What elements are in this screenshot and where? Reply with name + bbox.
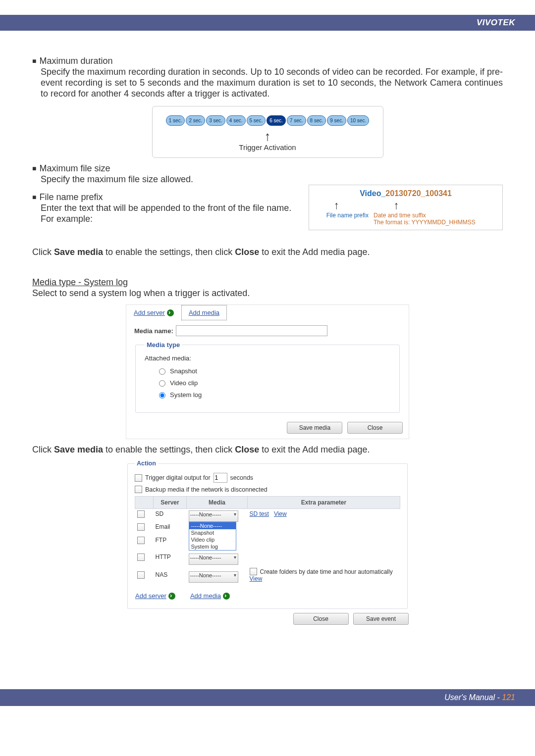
sec-5: 5 sec.	[247, 115, 266, 126]
backup-label: Backup media if the network is disconnec…	[145, 486, 268, 493]
arrow-badge-icon	[168, 593, 175, 600]
col-media: Media	[187, 497, 248, 509]
col-extra: Extra parameter	[248, 497, 400, 509]
sec-9: 9 sec.	[327, 115, 346, 126]
close-event-button[interactable]: Close	[293, 613, 349, 625]
sd-view-link[interactable]: View	[274, 510, 287, 517]
sd-test-link[interactable]: SD test	[250, 510, 269, 517]
filename-figure: Video_20130720_100341 ↑ ↑ File name pref…	[309, 185, 503, 230]
arrow-badge-icon	[223, 593, 230, 600]
page-footer: User's Manual - 121	[0, 689, 535, 706]
syslog-heading: Media type - System log	[32, 277, 128, 287]
chk-ftp[interactable]	[137, 537, 145, 544]
sec-8: 8 sec.	[307, 115, 326, 126]
section-title: Maximum duration	[39, 55, 112, 66]
col-server: Server	[154, 497, 187, 509]
sec-7: 7 sec.	[287, 115, 306, 126]
action-panel: Action Trigger digital output for second…	[126, 460, 409, 625]
sec-6-active: 6 sec.	[267, 115, 286, 126]
trigger-label: Trigger Activation	[158, 143, 378, 151]
row-sd: SD	[154, 509, 187, 522]
row-http: HTTP	[154, 552, 187, 566]
nas-media-dropdown[interactable]: -----None-----	[189, 571, 238, 583]
bullet-icon: ■	[32, 192, 36, 202]
row-email: Email	[154, 522, 187, 535]
radio-snapshot[interactable]	[159, 368, 165, 375]
duration-figure: 1 sec. 2 sec. 3 sec. 4 sec. 5 sec. 6 sec…	[152, 106, 383, 158]
suffix-label-1: Date and time suffix	[374, 212, 426, 219]
section-max-filesize: ■ Maximum file size Specify the maximum …	[32, 163, 503, 185]
action-table: Server Media Extra parameter SD -----Non…	[135, 496, 400, 584]
up-arrow-icon: ↑	[158, 129, 378, 144]
chk-nas[interactable]	[137, 571, 145, 579]
opt-systemlog: System log	[170, 391, 202, 399]
sec-2: 2 sec.	[186, 115, 205, 126]
action-legend: Action	[135, 460, 158, 467]
chk-email[interactable]	[137, 523, 145, 531]
attached-media-label: Attached media:	[145, 354, 390, 362]
bullet-icon: ■	[32, 163, 36, 174]
add-media-link[interactable]: Add media	[183, 588, 237, 604]
filename-suffix: 20130720_100341	[385, 189, 451, 198]
dd-opt-videoclip[interactable]: Video clip	[189, 536, 236, 543]
sec-4: 4 sec.	[226, 115, 246, 126]
media-name-input[interactable]	[176, 325, 327, 336]
save-media-button[interactable]: Save media	[287, 422, 342, 434]
add-server-link[interactable]: Add server	[135, 588, 183, 604]
row-ftp: FTP	[154, 535, 187, 548]
media-name-label: Media name:	[134, 327, 173, 335]
syslog-text: Select to send a system log when a trigg…	[32, 288, 503, 299]
chk-backup-media[interactable]	[135, 486, 142, 493]
bullet-icon: ■	[32, 55, 36, 66]
chk-trigger-output[interactable]	[135, 474, 142, 482]
chk-sd[interactable]	[137, 510, 145, 518]
up-arrow-icon: ↑	[359, 199, 497, 212]
prefix-label: File name prefix	[314, 212, 369, 226]
sec-3: 3 sec.	[206, 115, 225, 126]
suffix-label-2: The format is: YYYYMMDD_HHMMSS	[374, 219, 476, 226]
save-media-instruction-2: Click Save media to enable the settings,…	[32, 444, 503, 455]
trigger-seconds-input[interactable]	[214, 473, 227, 483]
http-media-dropdown[interactable]: -----None-----	[189, 554, 238, 565]
sd-media-dropdown-menu[interactable]: -----None----- Snapshot Video clip Syste…	[189, 522, 236, 551]
opt-snapshot: Snapshot	[170, 367, 197, 375]
nas-view-link[interactable]: View	[250, 575, 263, 582]
brand-header: VIVOTEK	[0, 15, 535, 31]
chk-http[interactable]	[137, 554, 145, 561]
media-type-legend: Media type	[145, 341, 182, 349]
trigger-output-label-a: Trigger digital output for	[145, 474, 211, 481]
row-nas: NAS	[154, 566, 187, 584]
dd-opt-systemlog[interactable]: System log	[189, 543, 236, 550]
trigger-output-label-b: seconds	[230, 474, 254, 481]
section-title: File name prefix	[39, 192, 103, 202]
opt-videoclip: Video clip	[170, 379, 198, 387]
section-title: Maximum file size	[39, 163, 110, 174]
chk-nas-folders[interactable]	[250, 568, 257, 575]
save-media-instruction: Click Save media to enable the settings,…	[32, 247, 503, 257]
add-server-tab[interactable]: Add server	[126, 305, 181, 320]
dd-opt-none[interactable]: -----None-----	[189, 522, 236, 529]
filename-prefix: Video_	[360, 189, 385, 198]
section-max-duration: ■ Maximum duration Specify the maximum r…	[32, 55, 503, 99]
arrow-badge-icon	[167, 309, 174, 316]
radio-systemlog[interactable]	[159, 392, 165, 399]
add-media-tab[interactable]: Add media	[181, 305, 227, 320]
sec-1: 1 sec.	[166, 115, 185, 126]
save-event-button[interactable]: Save event	[353, 613, 409, 625]
section-text: Specify the maximum recording duration i…	[41, 66, 503, 99]
radio-videoclip[interactable]	[159, 380, 165, 387]
sec-10: 10 sec.	[347, 115, 369, 126]
nas-note: Create folders by date time and hour aut…	[260, 568, 393, 575]
media-panel: Add server Add media Media name: Media t…	[126, 304, 409, 439]
close-button[interactable]: Close	[347, 422, 403, 434]
sd-media-dropdown[interactable]: -----None-----	[189, 510, 238, 522]
section-text: Specify the maximum file size allowed.	[41, 174, 503, 185]
up-arrow-icon: ↑	[314, 199, 359, 212]
dd-opt-snapshot[interactable]: Snapshot	[189, 529, 236, 536]
media-type-fieldset: Media type Attached media: Snapshot Vide…	[135, 341, 400, 413]
